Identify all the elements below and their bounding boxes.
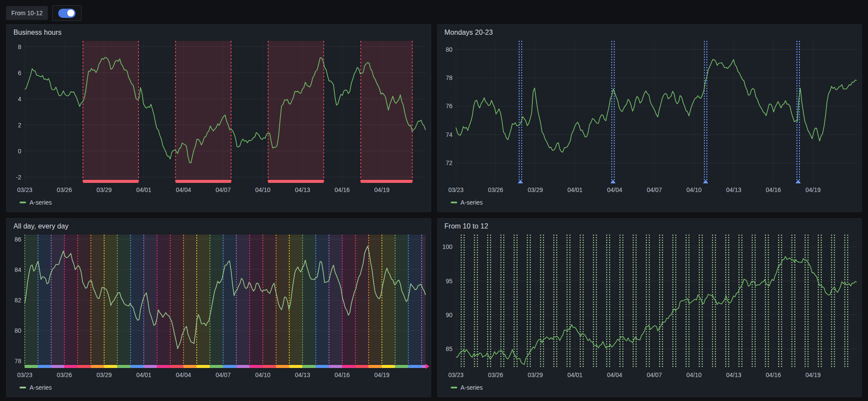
legend-item[interactable]: A-series [438, 196, 862, 212]
panel-business-hours: Business hours 03/2303/2603/2904/0104/04… [6, 24, 431, 212]
svg-text:76: 76 [446, 103, 452, 109]
panel-header[interactable]: From 10 to 12 [438, 219, 862, 231]
svg-text:04/13: 04/13 [726, 186, 741, 193]
series-color-marker [451, 202, 457, 203]
chart-mondays-20-23[interactable]: 03/2303/2603/2904/0104/0404/0704/1004/13… [438, 37, 862, 196]
svg-text:04/01: 04/01 [567, 186, 582, 193]
annotation-toggle[interactable] [52, 5, 82, 21]
annotation-filter-label: From 10-12 [6, 6, 48, 20]
svg-text:78: 78 [14, 358, 21, 365]
toolbar: From 10-12 [0, 0, 868, 24]
toggle-knob [67, 10, 74, 17]
svg-text:04/13: 04/13 [295, 371, 310, 378]
svg-text:78: 78 [446, 74, 452, 81]
legend-item[interactable]: A-series [438, 381, 862, 397]
svg-text:4: 4 [18, 96, 21, 103]
svg-text:8: 8 [18, 43, 21, 50]
panel-title: All day, every day [13, 222, 424, 230]
series-color-marker [20, 202, 26, 203]
panel-header[interactable]: Mondays 20-23 [438, 25, 862, 37]
svg-text:04/04: 04/04 [607, 186, 622, 193]
svg-text:03/29: 03/29 [96, 371, 112, 378]
svg-text:04/04: 04/04 [176, 371, 191, 378]
svg-text:85: 85 [446, 345, 452, 352]
svg-text:04/19: 04/19 [805, 186, 820, 193]
panel-all-day-every-day: All day, every day 03/2303/2603/2904/010… [6, 218, 431, 397]
svg-text:03/26: 03/26 [57, 186, 72, 193]
svg-text:86: 86 [14, 236, 21, 243]
svg-text:03/23: 03/23 [448, 186, 463, 193]
svg-text:90: 90 [446, 312, 452, 318]
svg-text:72: 72 [446, 159, 452, 166]
svg-text:03/23: 03/23 [448, 371, 463, 378]
legend-label: A-series [461, 199, 483, 206]
svg-text:82: 82 [14, 297, 21, 304]
legend-item[interactable]: A-series [7, 196, 431, 212]
svg-text:84: 84 [14, 266, 21, 273]
svg-text:0: 0 [18, 148, 21, 155]
svg-text:04/01: 04/01 [136, 186, 152, 193]
series-color-marker [451, 387, 457, 388]
legend-item[interactable]: A-series [7, 381, 431, 397]
legend-label: A-series [30, 199, 52, 206]
svg-text:04/13: 04/13 [726, 371, 741, 378]
panel-from-10-to-12: From 10 to 12 03/2303/2603/2904/0104/040… [437, 218, 862, 397]
svg-text:03/26: 03/26 [488, 186, 503, 193]
chart-business-hours[interactable]: 03/2303/2603/2904/0104/0404/0704/1004/13… [7, 37, 431, 196]
svg-text:03/26: 03/26 [57, 371, 72, 378]
svg-text:03/23: 03/23 [17, 371, 32, 378]
svg-text:03/23: 03/23 [17, 186, 32, 193]
svg-text:04/16: 04/16 [766, 371, 781, 378]
svg-text:100: 100 [442, 243, 452, 250]
svg-text:04/13: 04/13 [295, 186, 310, 193]
svg-text:95: 95 [446, 278, 452, 285]
svg-text:-2: -2 [16, 174, 22, 181]
chart-from-10-to-12[interactable]: 03/2303/2603/2904/0104/0404/0704/1004/13… [438, 231, 862, 381]
series-color-marker [20, 387, 26, 388]
chart-all-day-every-day[interactable]: 03/2303/2603/2904/0104/0404/0704/1004/13… [7, 231, 431, 381]
svg-text:04/07: 04/07 [215, 371, 231, 378]
svg-text:04/01: 04/01 [136, 371, 152, 378]
svg-text:04/16: 04/16 [335, 186, 350, 193]
svg-text:04/19: 04/19 [374, 186, 389, 193]
svg-text:04/07: 04/07 [647, 186, 662, 193]
legend-label: A-series [461, 384, 483, 391]
svg-text:04/16: 04/16 [766, 186, 781, 193]
svg-text:03/26: 03/26 [488, 371, 503, 378]
toggle-pill[interactable] [58, 9, 76, 18]
svg-text:04/04: 04/04 [607, 371, 622, 378]
svg-text:03/29: 03/29 [528, 371, 543, 378]
svg-text:03/29: 03/29 [528, 186, 543, 193]
panel-title: Business hours [13, 29, 424, 36]
svg-text:80: 80 [14, 327, 21, 334]
svg-text:04/10: 04/10 [255, 186, 271, 193]
svg-text:04/10: 04/10 [686, 371, 701, 378]
svg-text:04/01: 04/01 [567, 371, 582, 378]
svg-text:80: 80 [446, 46, 452, 53]
svg-text:04/19: 04/19 [374, 371, 389, 378]
panel-mondays-20-23: Mondays 20-23 03/2303/2603/2904/0104/040… [437, 24, 862, 212]
svg-text:04/19: 04/19 [805, 371, 820, 378]
svg-text:04/16: 04/16 [335, 371, 350, 378]
svg-text:04/10: 04/10 [686, 186, 701, 193]
svg-text:04/07: 04/07 [215, 186, 231, 193]
svg-text:03/29: 03/29 [96, 186, 112, 193]
panel-header[interactable]: All day, every day [7, 219, 431, 231]
panel-title: From 10 to 12 [445, 222, 855, 230]
legend-label: A-series [30, 384, 52, 391]
svg-text:04/04: 04/04 [176, 186, 191, 193]
svg-text:74: 74 [446, 131, 452, 138]
panel-title: Mondays 20-23 [445, 29, 855, 36]
grafana-dashboard: From 10-12 Business hours 03/2303/2603/2… [0, 0, 868, 401]
panel-grid: Business hours 03/2303/2603/2904/0104/04… [0, 24, 868, 401]
svg-text:04/10: 04/10 [255, 371, 271, 378]
panel-header[interactable]: Business hours [7, 25, 431, 37]
svg-text:04/07: 04/07 [647, 371, 662, 378]
svg-text:6: 6 [18, 70, 21, 76]
svg-text:2: 2 [18, 122, 21, 129]
